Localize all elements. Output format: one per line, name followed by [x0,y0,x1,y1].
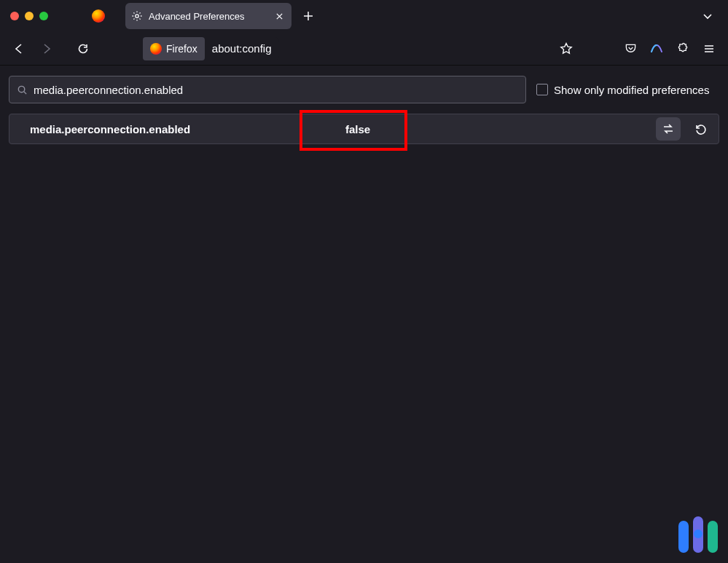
traffic-lights [10,12,48,20]
svg-point-0 [136,15,138,17]
preference-value: false [307,123,409,135]
browser-tab[interactable]: Advanced Preferences [125,3,291,29]
svg-point-1 [18,86,24,92]
about-config-content: Show only modified preferences media.pee… [0,66,728,154]
firefox-brand-icon [150,43,162,55]
extensions-button[interactable] [671,37,694,60]
application-menu-button[interactable] [697,37,721,60]
preference-search-input[interactable] [34,84,518,96]
search-icon [17,84,28,95]
preference-search-box[interactable] [9,76,526,103]
identity-box[interactable]: Firefox [143,37,205,60]
account-button[interactable] [645,37,668,60]
new-tab-button[interactable] [297,5,319,27]
forward-button[interactable] [35,37,58,60]
reset-preference-button[interactable] [688,117,713,141]
show-only-modified-checkbox[interactable] [536,84,548,95]
url-text[interactable]: about:config [205,42,279,55]
window-titlebar: Advanced Preferences [0,0,728,32]
watermark-logo [678,516,718,553]
url-bar: Firefox about:config [143,37,279,60]
tab-title: Advanced Preferences [149,11,267,22]
show-only-modified-label: Show only modified preferences [554,84,709,96]
list-all-tabs-button[interactable] [694,3,721,29]
show-only-modified-row[interactable]: Show only modified preferences [536,84,709,96]
window-maximize-button[interactable] [39,12,48,20]
save-to-pocket-button[interactable] [619,37,642,60]
firefox-logo-icon [92,9,105,23]
window-minimize-button[interactable] [25,12,34,20]
bookmark-star-button[interactable] [555,37,578,60]
back-button[interactable] [7,37,31,60]
identity-label: Firefox [166,43,197,55]
toggle-preference-button[interactable] [656,117,681,141]
reload-button[interactable] [71,37,95,60]
window-close-button[interactable] [10,12,19,20]
preference-row: media.peerconnection.enabled false [9,114,719,144]
close-tab-button[interactable] [273,9,286,23]
preference-name: media.peerconnection.enabled [30,123,307,135]
gear-icon [131,10,143,22]
navigation-toolbar: Firefox about:config [0,32,728,66]
